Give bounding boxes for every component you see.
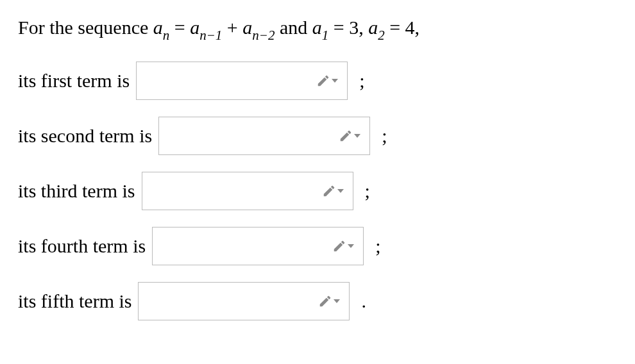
fourth-term-input[interactable] <box>152 227 364 265</box>
second-term-punct: ; <box>382 125 387 147</box>
first-term-punct: ; <box>359 70 364 92</box>
fifth-term-label: its fifth term is <box>18 290 131 312</box>
pencil-dropdown-icon[interactable] <box>318 294 340 308</box>
formula-lhs-a: a <box>153 17 163 38</box>
pencil-icon <box>322 184 336 198</box>
chevron-down-icon <box>332 78 338 84</box>
pencil-icon <box>339 129 353 143</box>
init1-val: = 3, <box>334 17 368 38</box>
third-term-punct: ; <box>365 180 370 202</box>
second-term-input[interactable] <box>158 117 370 155</box>
second-term-label: its second term is <box>18 125 152 147</box>
pencil-icon <box>316 74 330 88</box>
problem-prefix: For the sequence <box>18 17 153 38</box>
chevron-down-icon <box>348 243 354 249</box>
init1-a: a <box>312 17 322 38</box>
row-fifth-term: its fifth term is . <box>18 282 617 320</box>
third-term-input[interactable] <box>142 172 353 210</box>
chevron-down-icon <box>334 298 340 304</box>
formula-r1-sub: n−1 <box>199 28 222 43</box>
formula-r2-a: a <box>242 17 252 38</box>
chevron-down-icon <box>354 133 360 139</box>
formula-eq: = <box>174 17 190 38</box>
first-term-input[interactable] <box>136 62 348 100</box>
problem-and: and <box>280 17 312 38</box>
problem-statement: For the sequence an = an−1 + an−2 and a1… <box>18 14 617 44</box>
pencil-dropdown-icon[interactable] <box>332 239 354 253</box>
row-third-term: its third term is ; <box>18 172 617 210</box>
pencil-icon <box>332 239 346 253</box>
init2-a: a <box>368 17 378 38</box>
fourth-term-label: its fourth term is <box>18 235 146 257</box>
row-first-term: its first term is ; <box>18 62 617 100</box>
first-term-label: its first term is <box>18 70 130 92</box>
pencil-dropdown-icon[interactable] <box>316 74 338 88</box>
fourth-term-punct: ; <box>375 235 380 257</box>
row-second-term: its second term is ; <box>18 117 617 155</box>
init1-sub: 1 <box>322 28 329 43</box>
chevron-down-icon <box>337 188 344 194</box>
init2-sub: 2 <box>378 28 385 43</box>
init2-val: = 4, <box>389 17 419 38</box>
pencil-dropdown-icon[interactable] <box>339 129 360 143</box>
formula-plus: + <box>227 17 242 38</box>
formula-r1-a: a <box>190 17 199 38</box>
formula-r2-sub: n−2 <box>252 28 275 43</box>
fifth-term-punct: . <box>361 290 366 312</box>
third-term-label: its third term is <box>18 180 135 202</box>
pencil-dropdown-icon[interactable] <box>322 184 344 198</box>
pencil-icon <box>318 294 332 308</box>
fifth-term-input[interactable] <box>138 282 350 320</box>
row-fourth-term: its fourth term is ; <box>18 227 617 265</box>
formula-lhs-sub: n <box>163 28 170 43</box>
